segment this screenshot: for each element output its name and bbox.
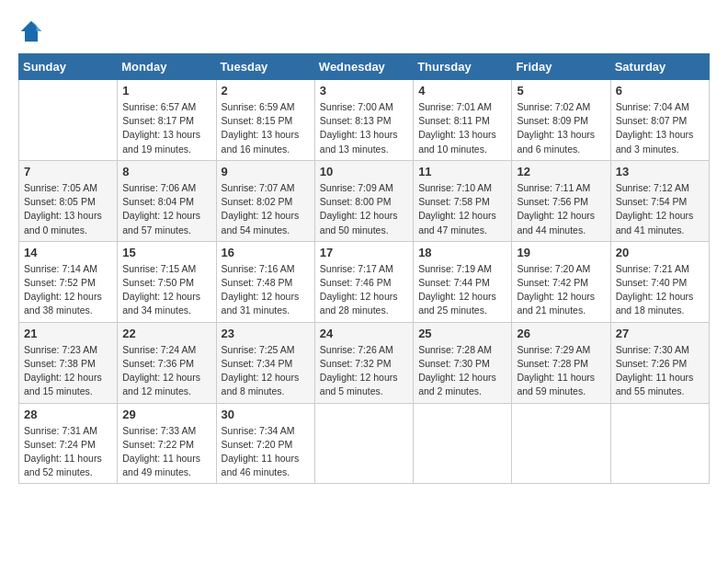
day-number: 25 bbox=[418, 327, 506, 340]
day-info: Sunrise: 7:16 AMSunset: 7:48 PMDaylight:… bbox=[222, 262, 310, 318]
day-info: Sunrise: 7:07 AMSunset: 8:02 PMDaylight:… bbox=[222, 181, 310, 237]
day-info: Sunrise: 7:25 AMSunset: 7:34 PMDaylight:… bbox=[222, 343, 310, 399]
day-number: 24 bbox=[320, 327, 408, 340]
calendar-cell: 12Sunrise: 7:11 AMSunset: 7:56 PMDayligh… bbox=[512, 160, 610, 241]
calendar-cell: 7Sunrise: 7:05 AMSunset: 8:05 PMDaylight… bbox=[19, 160, 118, 241]
day-number: 19 bbox=[517, 246, 605, 259]
logo bbox=[18, 18, 48, 44]
day-info: Sunrise: 7:14 AMSunset: 7:52 PMDaylight:… bbox=[24, 262, 112, 318]
weekday-header-row: SundayMondayTuesdayWednesdayThursdayFrid… bbox=[19, 54, 710, 80]
calendar-cell: 8Sunrise: 7:06 AMSunset: 8:04 PMDaylight… bbox=[118, 160, 216, 241]
day-info: Sunrise: 7:11 AMSunset: 7:56 PMDaylight:… bbox=[517, 181, 605, 237]
calendar-cell: 13Sunrise: 7:12 AMSunset: 7:54 PMDayligh… bbox=[610, 160, 709, 241]
week-row-1: 1Sunrise: 6:57 AMSunset: 8:17 PMDaylight… bbox=[19, 80, 710, 161]
day-number: 21 bbox=[24, 327, 112, 340]
calendar-cell bbox=[414, 403, 512, 484]
calendar-cell: 6Sunrise: 7:04 AMSunset: 8:07 PMDaylight… bbox=[610, 80, 709, 161]
day-info: Sunrise: 7:10 AMSunset: 7:58 PMDaylight:… bbox=[418, 181, 506, 237]
calendar-cell: 20Sunrise: 7:21 AMSunset: 7:40 PMDayligh… bbox=[610, 241, 709, 322]
day-info: Sunrise: 7:24 AMSunset: 7:36 PMDaylight:… bbox=[122, 343, 210, 399]
calendar-cell bbox=[610, 403, 709, 484]
day-info: Sunrise: 7:05 AMSunset: 8:05 PMDaylight:… bbox=[24, 181, 112, 237]
weekday-header-saturday: Saturday bbox=[610, 54, 709, 80]
day-info: Sunrise: 7:21 AMSunset: 7:40 PMDaylight:… bbox=[616, 262, 704, 318]
day-number: 22 bbox=[122, 327, 210, 340]
weekday-header-thursday: Thursday bbox=[414, 54, 512, 80]
calendar-cell: 10Sunrise: 7:09 AMSunset: 8:00 PMDayligh… bbox=[314, 160, 413, 241]
weekday-header-monday: Monday bbox=[118, 54, 216, 80]
week-row-4: 21Sunrise: 7:23 AMSunset: 7:38 PMDayligh… bbox=[19, 322, 710, 403]
day-info: Sunrise: 7:19 AMSunset: 7:44 PMDaylight:… bbox=[418, 262, 506, 318]
calendar-cell: 18Sunrise: 7:19 AMSunset: 7:44 PMDayligh… bbox=[414, 241, 512, 322]
calendar-cell: 27Sunrise: 7:30 AMSunset: 7:26 PMDayligh… bbox=[610, 322, 709, 403]
day-number: 26 bbox=[517, 327, 605, 340]
day-info: Sunrise: 7:23 AMSunset: 7:38 PMDaylight:… bbox=[24, 343, 112, 399]
calendar-cell: 25Sunrise: 7:28 AMSunset: 7:30 PMDayligh… bbox=[414, 322, 512, 403]
calendar-cell bbox=[314, 403, 413, 484]
day-number: 17 bbox=[320, 246, 408, 259]
day-number: 4 bbox=[418, 84, 506, 98]
day-number: 27 bbox=[616, 327, 704, 340]
day-number: 3 bbox=[320, 84, 408, 98]
day-info: Sunrise: 7:17 AMSunset: 7:46 PMDaylight:… bbox=[320, 262, 408, 318]
day-info: Sunrise: 7:28 AMSunset: 7:30 PMDaylight:… bbox=[418, 343, 506, 399]
day-number: 29 bbox=[122, 408, 210, 421]
calendar-cell: 3Sunrise: 7:00 AMSunset: 8:13 PMDaylight… bbox=[314, 80, 413, 161]
calendar-cell: 1Sunrise: 6:57 AMSunset: 8:17 PMDaylight… bbox=[118, 80, 216, 161]
day-info: Sunrise: 7:26 AMSunset: 7:32 PMDaylight:… bbox=[320, 343, 408, 399]
calendar-cell: 28Sunrise: 7:31 AMSunset: 7:24 PMDayligh… bbox=[19, 403, 118, 484]
day-number: 16 bbox=[222, 246, 310, 259]
day-info: Sunrise: 7:09 AMSunset: 8:00 PMDaylight:… bbox=[320, 181, 408, 237]
calendar-cell: 23Sunrise: 7:25 AMSunset: 7:34 PMDayligh… bbox=[216, 322, 314, 403]
week-row-3: 14Sunrise: 7:14 AMSunset: 7:52 PMDayligh… bbox=[19, 241, 710, 322]
day-number: 10 bbox=[320, 165, 408, 178]
day-info: Sunrise: 7:01 AMSunset: 8:11 PMDaylight:… bbox=[418, 100, 506, 156]
day-number: 28 bbox=[24, 408, 112, 421]
calendar-cell: 15Sunrise: 7:15 AMSunset: 7:50 PMDayligh… bbox=[118, 241, 216, 322]
calendar-cell: 30Sunrise: 7:34 AMSunset: 7:20 PMDayligh… bbox=[216, 403, 314, 484]
weekday-header-wednesday: Wednesday bbox=[314, 54, 413, 80]
calendar-cell: 11Sunrise: 7:10 AMSunset: 7:58 PMDayligh… bbox=[414, 160, 512, 241]
day-info: Sunrise: 7:02 AMSunset: 8:09 PMDaylight:… bbox=[517, 100, 605, 156]
calendar-cell: 19Sunrise: 7:20 AMSunset: 7:42 PMDayligh… bbox=[512, 241, 610, 322]
day-number: 5 bbox=[517, 84, 605, 98]
header bbox=[18, 18, 710, 44]
calendar-cell: 26Sunrise: 7:29 AMSunset: 7:28 PMDayligh… bbox=[512, 322, 610, 403]
day-info: Sunrise: 7:15 AMSunset: 7:50 PMDaylight:… bbox=[122, 262, 210, 318]
calendar-cell: 24Sunrise: 7:26 AMSunset: 7:32 PMDayligh… bbox=[314, 322, 413, 403]
calendar-cell: 4Sunrise: 7:01 AMSunset: 8:11 PMDaylight… bbox=[414, 80, 512, 161]
calendar-cell: 22Sunrise: 7:24 AMSunset: 7:36 PMDayligh… bbox=[118, 322, 216, 403]
day-info: Sunrise: 7:04 AMSunset: 8:07 PMDaylight:… bbox=[616, 100, 704, 156]
weekday-header-tuesday: Tuesday bbox=[216, 54, 314, 80]
logo-icon bbox=[18, 18, 44, 44]
day-number: 20 bbox=[616, 246, 704, 259]
week-row-5: 28Sunrise: 7:31 AMSunset: 7:24 PMDayligh… bbox=[19, 403, 710, 484]
day-number: 7 bbox=[24, 165, 112, 178]
day-info: Sunrise: 7:06 AMSunset: 8:04 PMDaylight:… bbox=[122, 181, 210, 237]
calendar-cell: 5Sunrise: 7:02 AMSunset: 8:09 PMDaylight… bbox=[512, 80, 610, 161]
week-row-2: 7Sunrise: 7:05 AMSunset: 8:05 PMDaylight… bbox=[19, 160, 710, 241]
calendar-cell: 21Sunrise: 7:23 AMSunset: 7:38 PMDayligh… bbox=[19, 322, 118, 403]
calendar-cell: 14Sunrise: 7:14 AMSunset: 7:52 PMDayligh… bbox=[19, 241, 118, 322]
day-info: Sunrise: 6:57 AMSunset: 8:17 PMDaylight:… bbox=[122, 100, 210, 156]
day-number: 15 bbox=[122, 246, 210, 259]
day-number: 13 bbox=[616, 165, 704, 178]
day-info: Sunrise: 6:59 AMSunset: 8:15 PMDaylight:… bbox=[222, 100, 310, 156]
calendar-table: SundayMondayTuesdayWednesdayThursdayFrid… bbox=[18, 53, 710, 484]
day-number: 8 bbox=[122, 165, 210, 178]
calendar-cell: 16Sunrise: 7:16 AMSunset: 7:48 PMDayligh… bbox=[216, 241, 314, 322]
calendar-cell bbox=[512, 403, 610, 484]
day-number: 2 bbox=[222, 84, 310, 98]
calendar-cell bbox=[19, 80, 118, 161]
day-info: Sunrise: 7:00 AMSunset: 8:13 PMDaylight:… bbox=[320, 100, 408, 156]
day-info: Sunrise: 7:20 AMSunset: 7:42 PMDaylight:… bbox=[517, 262, 605, 318]
day-info: Sunrise: 7:12 AMSunset: 7:54 PMDaylight:… bbox=[616, 181, 704, 237]
day-number: 11 bbox=[418, 165, 506, 178]
calendar-cell: 9Sunrise: 7:07 AMSunset: 8:02 PMDaylight… bbox=[216, 160, 314, 241]
day-number: 30 bbox=[222, 408, 310, 421]
day-number: 9 bbox=[222, 165, 310, 178]
day-info: Sunrise: 7:31 AMSunset: 7:24 PMDaylight:… bbox=[24, 424, 112, 480]
day-number: 23 bbox=[222, 327, 310, 340]
day-number: 1 bbox=[122, 84, 210, 98]
weekday-header-sunday: Sunday bbox=[19, 54, 118, 80]
